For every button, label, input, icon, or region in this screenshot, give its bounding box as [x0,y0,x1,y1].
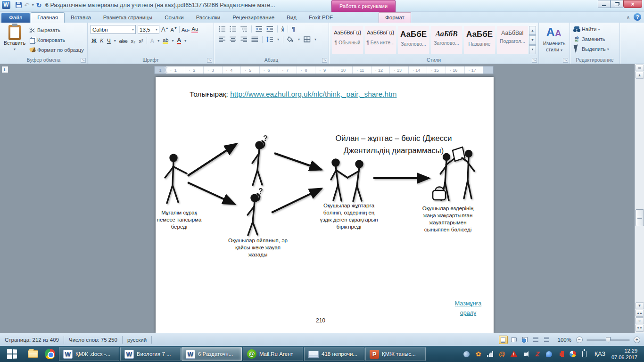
style-subtitle[interactable]: АаБбВвІ Подзагол... [497,26,528,54]
bullets-button[interactable] [219,26,226,32]
minimize-button[interactable] [598,0,611,8]
style-normal[interactable]: АаБбВвГгД ¶ Обычный [332,26,363,54]
select-button[interactable]: Выделить ▾ [572,45,618,53]
line-spacing-button[interactable] [266,36,273,42]
chrome-button[interactable] [41,346,58,362]
view-draft-button[interactable] [542,336,551,344]
tab-insert[interactable]: Вставка [65,13,97,23]
style-heading2[interactable]: АаБбВ Заголово... [431,26,462,54]
save-icon[interactable] [16,2,22,8]
tab-format[interactable]: Формат [379,12,411,23]
increase-indent-button[interactable] [266,26,273,32]
font-color-button[interactable]: А [177,38,182,44]
strikethrough-button[interactable]: abc [119,38,128,44]
tab-review[interactable]: Рецензирование [226,13,281,23]
document-page[interactable]: Толығырақ: http://www.eazhull.org.uk/nlc… [156,77,494,333]
shading-button[interactable] [287,36,294,42]
underline-dropdown-icon[interactable]: ▾ [114,39,116,43]
tray-warning-icon[interactable] [510,350,518,358]
zoom-slider[interactable] [586,337,630,343]
undo-dropdown-icon[interactable]: ▾ [32,3,34,7]
tab-home[interactable]: Главная [31,12,65,23]
tab-file[interactable]: Файл [1,13,30,23]
format-painter-button[interactable]: Формат по образцу [27,46,85,54]
redo-icon[interactable]: ↻ [36,2,42,8]
decrease-indent-button[interactable] [256,26,263,32]
view-fullscreen-reading-button[interactable] [510,336,519,344]
horizontal-ruler[interactable]: 1 1 2 3 4 5 6 7 8 9 10 11 12 13 14 15 16 [154,66,494,74]
taskbar-mail-unread[interactable]: 418 непрочи... [304,347,364,361]
clipboard-dialog-launcher-icon[interactable]: ↘ [81,58,86,63]
sort-button[interactable]: АЯ [281,26,284,32]
paste-button[interactable]: Вставить ▾ [2,24,27,56]
styles-scroll-up-icon[interactable]: ▲ [529,26,536,35]
view-outline-button[interactable] [531,336,540,344]
tray-zona-icon[interactable]: Z [534,350,541,358]
numbering-button[interactable] [230,26,237,32]
borders-button[interactable] [304,36,311,42]
change-styles-launcher-icon[interactable]: ↘ [563,58,568,63]
view-web-layout-button[interactable] [520,336,529,344]
highlight-button[interactable]: ab [163,38,168,44]
back-to-contents-link[interactable]: Мазмұнға оралу [449,299,487,318]
copy-button[interactable]: Копировать [27,36,85,44]
multilevel-list-button[interactable] [240,26,248,32]
language-indicator[interactable]: ҚАЗ [594,351,605,357]
taskbar-word-kmzh[interactable]: W ҚМЖ .docx -... [59,347,119,361]
tray-mailru-icon[interactable]: @ [498,350,506,358]
show-paragraph-marks-button[interactable]: ¶ [292,25,295,33]
taskbar-mailru-agent[interactable]: @ Mail.Ru Агент [243,347,303,361]
clear-formatting-button[interactable]: Аа [191,26,198,33]
borders-dropdown-icon[interactable]: ▾ [314,37,316,41]
zoom-out-icon[interactable]: − [576,337,583,343]
ruler-toggle-icon[interactable]: ▭ [636,65,644,71]
clock[interactable]: 12:29 07.06.2017 [611,347,637,361]
highlight-dropdown-icon[interactable]: ▾ [172,39,173,43]
tray-sound-icon[interactable] [557,350,565,358]
scroll-up-icon[interactable]: ▲ [636,72,644,79]
superscript-button[interactable]: x² [139,38,143,44]
tab-foxit-pdf[interactable]: Foxit PDF [303,13,339,23]
collapse-ribbon-icon[interactable]: ∧ [627,15,630,20]
scroll-down-icon[interactable]: ▼ [636,302,644,309]
tray-agent-icon[interactable] [545,350,553,358]
bold-button[interactable]: Ж [91,38,97,44]
taskbar-word-handouts-active[interactable]: W 6 Раздаточн... [182,347,242,361]
start-button[interactable] [0,346,25,362]
tab-view[interactable]: Вид [281,13,303,23]
word-app-icon[interactable]: W [2,1,10,9]
taskbar-word-biology[interactable]: W Биология 7 ... [120,347,181,361]
subscript-button[interactable]: x₂ [131,38,136,44]
change-case-button[interactable]: Аа▾ [182,27,190,33]
tab-references[interactable]: Ссылки [158,13,190,23]
font-color-dropdown-icon[interactable]: ▾ [184,39,186,43]
view-print-layout-button[interactable] [499,336,508,344]
style-no-spacing[interactable]: АаБбВвГгД ¶ Без инте... [365,26,396,54]
replace-button[interactable]: abac Заменить [572,35,618,43]
find-button[interactable]: Найти ▾ [572,25,618,33]
tray-ccleaner-icon[interactable] [569,350,577,358]
status-page-count[interactable]: Страница: 212 из 409 [0,337,64,343]
help-icon[interactable]: ? [634,13,641,21]
styles-dialog-launcher-icon[interactable]: ↘ [532,58,537,63]
style-title[interactable]: АаБбЕ Название [464,26,495,54]
zoom-level[interactable]: 100% [558,337,571,343]
styles-scroll-down-icon[interactable]: ▼ [529,35,536,44]
font-dialog-launcher-icon[interactable]: ↘ [207,58,212,63]
zoom-slider-thumb[interactable] [606,337,611,343]
tab-stop-selector[interactable]: L [1,66,8,73]
undo-icon[interactable]: ↶ [24,2,30,8]
style-heading1[interactable]: АаБбЕ Заголово... [398,26,429,54]
close-button[interactable]: × [623,0,642,8]
cut-button[interactable]: Вырезать [27,26,85,34]
previous-page-icon[interactable]: ▲▲ [636,310,644,317]
paragraph-dialog-launcher-icon[interactable]: ↘ [322,58,327,63]
tray-volume-icon[interactable] [522,350,529,358]
tab-page-layout[interactable]: Разметка страницы [97,13,158,23]
tab-mailings[interactable]: Рассылки [190,13,227,23]
file-explorer-button[interactable] [25,346,41,362]
tray-battery-icon[interactable] [581,350,588,358]
taskbar-powerpoint[interactable]: P ҚМЖ таныс... [365,347,426,361]
tray-comet-icon[interactable] [463,350,471,358]
restore-button[interactable] [611,0,623,8]
